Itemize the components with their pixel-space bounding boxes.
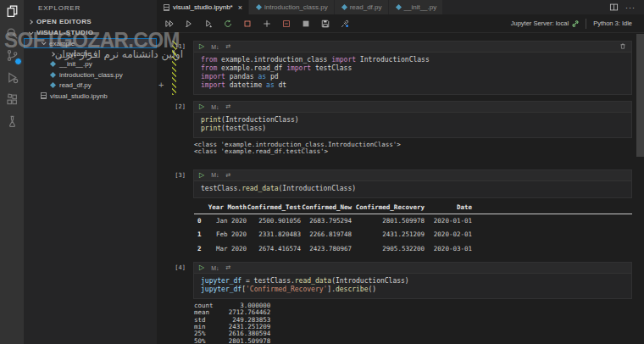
tree-item--pycache-[interactable]: __pycache__	[24, 48, 157, 58]
notebook-body: + [1]▷M↓⇄from example.introduction_class…	[157, 34, 644, 344]
cell-input[interactable]: ▷M↓⇄jupyter_df = testClass.read_data(Int…	[193, 262, 632, 299]
python-icon	[341, 4, 347, 10]
tab-visual-studio-ipynb-[interactable]: visual_studio.ipynb*×	[157, 0, 249, 14]
run-cells-above-icon[interactable]	[184, 19, 194, 29]
section-label: VISUAL-STUDIO	[36, 29, 93, 36]
chevron-right-icon	[50, 52, 55, 57]
cell-input[interactable]: ▷M↓⇄testClass.read_data(IntroductionClas…	[193, 169, 632, 198]
cell-code[interactable]: jupyter_df = testClass.read_data(Introdu…	[194, 274, 631, 298]
tree-item-introduction-class-py[interactable]: introduction_class.py	[24, 69, 157, 80]
to-markdown-icon[interactable]: M↓	[211, 104, 219, 110]
add-cell-button[interactable]: +	[158, 80, 164, 89]
tab--init-py[interactable]: __init__.py	[389, 0, 444, 14]
section-open-editors[interactable]: OPEN EDITORS	[24, 16, 157, 27]
interrupt-kernel-icon[interactable]	[242, 19, 253, 29]
table-row: 0Jan 20202500.9010562683.7952942801.5099…	[194, 214, 632, 228]
run-cell-icon[interactable]: ▷	[199, 172, 204, 179]
notebook-cell: [3]▷M↓⇄testClass.read_data(IntroductionC…	[157, 169, 632, 257]
python-file-icon	[50, 72, 56, 78]
cell-code[interactable]: print(IntroductionClass)print(testClass)	[194, 113, 631, 137]
modified-cell-indicator	[172, 41, 176, 95]
run-debug-icon[interactable]	[0, 66, 24, 88]
switch-cell-icon[interactable]: ⇄	[226, 103, 231, 110]
tree-item-label: visual_studio.ipynb	[50, 92, 108, 100]
tree-item-label: read_df.py	[59, 81, 92, 89]
vertical-scrollbar[interactable]	[636, 34, 644, 157]
to-markdown-icon[interactable]: M↓	[211, 172, 219, 178]
run-cell-icon[interactable]: ▷	[199, 43, 204, 50]
tab-label: read_df.py	[350, 3, 382, 11]
column-header: Date	[425, 203, 472, 214]
source-control-icon[interactable]	[0, 44, 24, 66]
search-icon[interactable]	[0, 22, 24, 44]
python-kernel-label[interactable]: Python 3: Idle	[593, 19, 632, 27]
tab-bar: visual_studio.ipynb*×introduction_class.…	[157, 0, 644, 14]
switch-cell-icon[interactable]: ⇄	[226, 264, 231, 271]
notebook-cell: [4]▷M↓⇄jupyter_df = testClass.read_data(…	[157, 262, 632, 344]
cell-input[interactable]: ▷M↓⇄print(IntroductionClass)print(testCl…	[193, 101, 632, 138]
tab-label: introduction_class.py	[264, 3, 328, 11]
tree-item-example[interactable]: example	[24, 38, 157, 48]
section-workspace-root[interactable]: VISUAL-STUDIO	[24, 27, 157, 38]
python-icon	[256, 4, 262, 10]
restart-kernel-icon[interactable]	[223, 19, 233, 29]
switch-cell-icon[interactable]: ⇄	[226, 172, 231, 179]
tree-item-label: __pycache__	[58, 50, 99, 58]
divider	[586, 19, 586, 29]
to-markdown-icon[interactable]: M↓	[211, 44, 219, 50]
tree-item-visual-studio-ipynb[interactable]: visual_studio.ipynb	[24, 91, 157, 101]
tree-item-label: example	[49, 40, 75, 47]
tree-item-label: __init__.py	[59, 60, 92, 68]
collapse-all-icon[interactable]	[301, 19, 311, 29]
delete-cell-icon[interactable]	[619, 42, 626, 51]
connect-server-icon[interactable]	[340, 19, 350, 29]
kernel-status-bar: Jupyter Server: local Python 3: Idle	[511, 19, 644, 29]
cell-output: Year MonthConfirmed_TestConfirmed_NewCon…	[193, 198, 632, 257]
run-cell-and-below-icon[interactable]	[203, 19, 214, 29]
chevron-down-icon	[42, 41, 47, 46]
column-header: Confirmed_Recovery	[352, 203, 425, 214]
more-actions-icon[interactable]: ···	[625, 3, 636, 12]
clear-outputs-icon[interactable]	[281, 19, 291, 29]
cell-output: count 3.000000 mean 2712.764462 std 249.…	[193, 299, 632, 344]
python-icon	[395, 4, 401, 10]
extensions-icon[interactable]	[0, 88, 24, 110]
column-header-filler	[472, 203, 632, 214]
output-dataframe-table: Year MonthConfirmed_TestConfirmed_NewCon…	[194, 203, 632, 257]
activity-bar	[0, 0, 24, 344]
run-all-cells-icon[interactable]	[164, 19, 175, 29]
execution-count: [2]	[157, 101, 193, 164]
output-text: <class 'example.introduction_class.Intro…	[194, 141, 632, 156]
chevron-right-icon	[28, 19, 33, 25]
cell-code[interactable]: testClass.read_data(IntroductionClass)	[194, 181, 631, 197]
scm-changes-badge	[14, 58, 22, 65]
tree-item--init-py[interactable]: __init__.py	[24, 59, 157, 69]
notebook-icon	[164, 4, 169, 11]
run-cell-icon[interactable]: ▷	[199, 264, 204, 271]
cell-toolbar: ▷M↓⇄	[194, 263, 631, 274]
files-icon[interactable]	[0, 0, 24, 22]
cell-input[interactable]: ▷M↓⇄from example.introduction_class impo…	[193, 41, 632, 95]
vscode-window: EXPLORER OPEN EDITORS VISUAL-STUDIO exam…	[0, 0, 644, 344]
to-markdown-icon[interactable]: M↓	[211, 265, 219, 271]
insert-cell-icon[interactable]	[262, 19, 272, 29]
execution-count: [3]	[157, 169, 193, 257]
save-icon[interactable]	[320, 19, 330, 29]
switch-cell-icon[interactable]: ⇄	[226, 43, 231, 50]
column-header: Year Month	[206, 203, 247, 214]
close-icon[interactable]: ×	[238, 3, 242, 12]
split-editor-icon[interactable]	[609, 0, 619, 15]
tab-introduction-class-py[interactable]: introduction_class.py	[249, 0, 335, 14]
cell-code[interactable]: from example.introduction_class import I…	[194, 53, 631, 94]
jupyter-server-label[interactable]: Jupyter Server: local	[511, 19, 569, 27]
sidebar-explorer: EXPLORER OPEN EDITORS VISUAL-STUDIO exam…	[24, 0, 157, 344]
notebook-file-icon	[41, 92, 47, 99]
column-header	[194, 203, 206, 214]
tab-read-df-py[interactable]: read_df.py	[335, 0, 389, 14]
notebook-cell: [2]▷M↓⇄print(IntroductionClass)print(tes…	[157, 101, 632, 164]
cell-output: <class 'example.introduction_class.Intro…	[193, 138, 632, 156]
output-text: count 3.000000 mean 2712.764462 std 249.…	[194, 302, 632, 344]
run-cell-icon[interactable]: ▷	[199, 103, 204, 110]
tree-item-read-df-py[interactable]: read_df.py	[24, 80, 157, 91]
test-beaker-icon[interactable]	[0, 110, 24, 132]
